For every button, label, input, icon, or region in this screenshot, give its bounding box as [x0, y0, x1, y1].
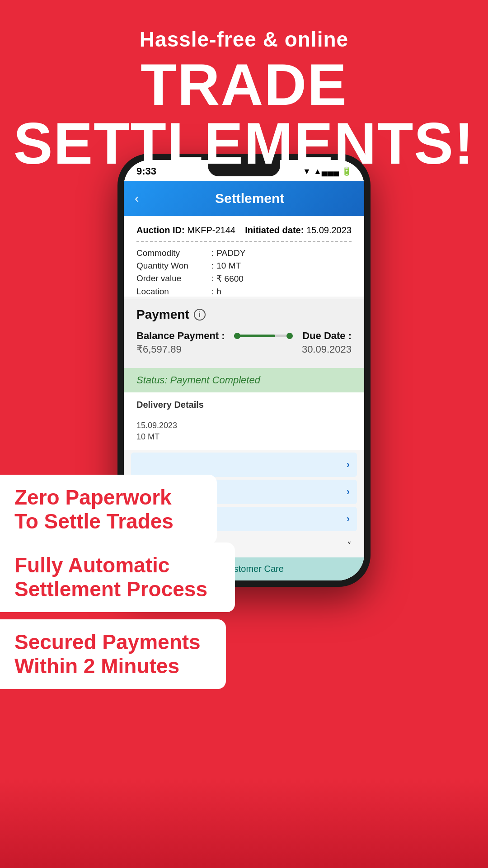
chevron-down-icon: ˅ [347, 540, 352, 551]
location-label: Location [136, 287, 209, 297]
info-icon[interactable]: i [194, 309, 206, 321]
progress-dot-right [286, 333, 293, 339]
initiated-date-label: Initiated date: [245, 225, 304, 235]
delivery-section: Delivery Details [124, 392, 364, 417]
location-value: h [216, 287, 221, 297]
chevron-right-icon-3: › [347, 513, 350, 525]
chevron-right-icon-1: › [347, 459, 350, 471]
header-title-line1: TRADE [141, 52, 347, 118]
feature-card-2-text: Fully Automatic Settlement Process [14, 553, 221, 601]
feature-card-3-line2: Within 2 Minutes [14, 654, 179, 678]
commodity-label: Commodity [136, 248, 209, 258]
due-date: 30.09.2023 [302, 344, 352, 355]
balance-amount: ₹6,597.89 [136, 344, 225, 355]
feature-card-2-line1: Fully Automatic [14, 553, 169, 577]
delivery-info: 15.09.2023 10 MT [124, 417, 364, 450]
auction-id-label: Auction ID: [136, 225, 185, 235]
dark-overlay [0, 778, 488, 868]
feature-card-1-text: Zero Paperwork To Settle Trades [14, 486, 202, 533]
delivery-label: Delivery Details [136, 400, 204, 410]
back-button[interactable]: ‹ [135, 191, 139, 206]
quantity-value: 10 MT [216, 261, 241, 271]
commodity-value: PADDY [216, 248, 245, 258]
progress-track [234, 335, 293, 337]
header-section: Hassle-free & online TRADE SETTLEMENTS! [0, 0, 488, 186]
delivery-qty-row: 10 MT [136, 432, 352, 442]
app-title: Settlement [146, 191, 353, 206]
initiated-date-value: 15.09.2023 [306, 225, 352, 235]
balance-label: Balance Payment : [136, 330, 225, 342]
commodity-row: Commodity : PADDY [136, 248, 352, 258]
initiated-date: Initiated date: 15.09.2023 [245, 225, 352, 236]
feature-card-1-line1: Zero Paperwork [14, 486, 172, 509]
order-value-label: Order value [136, 274, 209, 284]
feature-card-1-line2: To Settle Trades [14, 509, 174, 533]
auction-id: Auction ID: MKFP-2144 [136, 225, 235, 236]
feature-card-3-text: Secured Payments Within 2 Minutes [14, 630, 211, 678]
payment-status: Status: Payment Completed [124, 368, 364, 392]
delivery-date-row: 15.09.2023 [136, 421, 352, 430]
balance-col: Balance Payment : ₹6,597.89 [136, 330, 225, 355]
feature-card-2: Fully Automatic Settlement Process [0, 542, 235, 612]
delivery-date: 15.09.2023 [136, 421, 177, 430]
location-row: Location : h [136, 287, 352, 297]
quantity-row: Quantity Won : 10 MT [136, 261, 352, 271]
info-symbol: i [198, 311, 200, 319]
auction-id-value: MKFP-2144 [187, 225, 235, 235]
header-title: TRADE SETTLEMENTS! [0, 55, 488, 173]
quantity-label: Quantity Won [136, 261, 209, 271]
chevron-right-icon-2: › [347, 486, 350, 498]
header-title-line2: SETTLEMENTS! [14, 110, 475, 176]
feature-card-2-line2: Settlement Process [14, 577, 207, 601]
payment-details-row: Balance Payment : ₹6,597.89 Due Date : 3… [136, 330, 352, 355]
order-value-row: Order value : ₹ 6600 [136, 274, 352, 284]
feature-card-3: Secured Payments Within 2 Minutes [0, 619, 226, 689]
feature-card-3-line1: Secured Payments [14, 630, 201, 654]
payment-section: Payment i Balance Payment : ₹6,597.89 [124, 299, 364, 368]
delivery-qty: 10 MT [136, 432, 160, 441]
progress-dot-left [234, 333, 240, 339]
order-value-value: ₹ 6600 [216, 274, 244, 284]
app-content: Auction ID: MKFP-2144 Initiated date: 15… [124, 216, 364, 297]
auction-row: Auction ID: MKFP-2144 Initiated date: 15… [136, 225, 352, 236]
progress-bar-wrapper [234, 330, 293, 337]
header-subtitle: Hassle-free & online [0, 27, 488, 52]
due-col: Due Date : 30.09.2023 [302, 330, 352, 355]
feature-card-1: Zero Paperwork To Settle Trades [0, 475, 217, 544]
due-label: Due Date : [302, 330, 352, 342]
blue-button-row-1[interactable]: › [131, 453, 357, 477]
payment-title: Payment [136, 307, 189, 322]
dashed-divider [136, 241, 352, 242]
payment-title-row: Payment i [136, 307, 352, 322]
